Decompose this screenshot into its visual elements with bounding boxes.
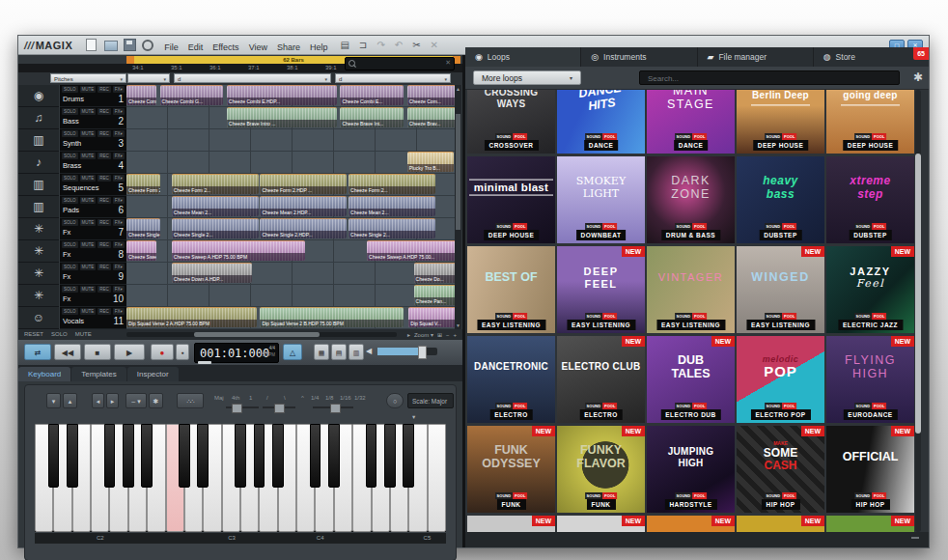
record-button[interactable]: ● xyxy=(151,344,174,360)
track-mute-button[interactable]: MUTE xyxy=(80,197,97,204)
audio-clip[interactable]: Cheeze Sweep ... xyxy=(126,240,156,261)
black-key[interactable] xyxy=(403,424,414,488)
track-mute-button[interactable]: MUTE xyxy=(80,130,97,137)
track-solo-button[interactable]: SOLO xyxy=(62,130,78,137)
track-rec-button[interactable]: REC xyxy=(98,241,111,248)
soundpool-tile[interactable]: FUNKODYSSEYSOUNDPOOLFUNKNEW xyxy=(467,426,555,513)
tab-inspector[interactable]: Inspector xyxy=(127,367,179,381)
chord-label[interactable]: 1 xyxy=(249,395,252,401)
track-fx-button[interactable]: FX▾ xyxy=(113,86,125,93)
soundpool-tile-partial[interactable]: NEW xyxy=(647,516,735,532)
black-key[interactable] xyxy=(197,424,209,488)
track-mute-button[interactable]: MUTE xyxy=(80,153,97,159)
audio-clip[interactable]: Dip Squad Verse 2 B.HDP 75.00 BPM xyxy=(260,307,404,327)
track-mute-button[interactable]: MUTE xyxy=(80,219,97,226)
tab-loops[interactable]: ◉Loops xyxy=(465,47,580,67)
soundpool-tile[interactable]: WINGEDSOUNDPOOLEASY LISTENINGNEW xyxy=(737,246,824,333)
audio-clip[interactable]: Cheeze Do... xyxy=(414,263,460,283)
black-key[interactable] xyxy=(366,424,377,488)
previous-button[interactable]: ◀◀ xyxy=(54,344,81,360)
mode-dropdown[interactable]: – ▾ xyxy=(125,393,147,408)
snap-icon[interactable]: ⊐ xyxy=(357,40,369,50)
menu-view[interactable]: View xyxy=(244,41,272,54)
new-document-icon[interactable] xyxy=(86,39,97,51)
track-solo-button[interactable]: SOLO xyxy=(62,219,78,226)
mute-button[interactable]: MUTE xyxy=(75,331,92,337)
soundpool-tile[interactable]: VINTAGERSOUNDPOOLEASY LISTENING xyxy=(647,246,735,333)
soundpool-tile[interactable]: DEEPFEELSOUNDPOOLEASY LISTENINGNEW xyxy=(557,246,645,333)
track-rec-button[interactable]: REC xyxy=(98,153,111,159)
menu-share[interactable]: Share xyxy=(272,41,305,54)
track-lane[interactable]: Cheeze Form 2...Cheeze Form 2...Cheeze F… xyxy=(126,174,460,196)
track-solo-button[interactable]: SOLO xyxy=(62,86,78,93)
soundpool-tile[interactable]: ELECTRO CLUBSOUNDPOOLELECTRONEW xyxy=(557,336,645,423)
track-header[interactable]: SOLOMUTERECFX▾Fx9 xyxy=(60,263,126,285)
soundpool-tile[interactable]: xtremestepSOUNDPOOLDUBSTEP xyxy=(826,156,914,243)
track-lane[interactable]: Cheeze Down A.HDP...Cheeze Do... xyxy=(126,263,460,285)
audio-clip[interactable]: Cheeze Mean 2... xyxy=(349,196,435,216)
loops-scrollbar[interactable] xyxy=(915,90,921,532)
audio-clip[interactable]: Cheeze Combi G... xyxy=(160,85,224,105)
track-header[interactable]: SOLOMUTERECFX▾Drums1 xyxy=(60,85,126,107)
soundpool-tile[interactable]: melodicPOPSOUNDPOOLELECTRO POP xyxy=(737,336,824,423)
audio-clip[interactable]: Cheeze Combi E... xyxy=(340,85,404,105)
black-key[interactable] xyxy=(179,424,190,488)
note-length-label[interactable]: 1/16 xyxy=(340,395,351,401)
scale-dropdown[interactable]: Scale: Major ▾ xyxy=(407,393,454,408)
soundpool-tile[interactable]: going deepSOUNDPOOLDEEP HOUSE xyxy=(826,90,914,154)
chord-label[interactable]: / xyxy=(266,395,268,401)
zoom-label[interactable]: Zoom ▾ xyxy=(414,331,433,338)
play-button[interactable]: ▶ xyxy=(114,344,145,360)
track-lane[interactable]: Plucky Tro B... xyxy=(126,152,460,174)
track-lane[interactable]: Dip Squad Verse 2 A.HDP 75.00 BPMDip Squ… xyxy=(126,307,460,329)
track-solo-button[interactable]: SOLO xyxy=(62,108,78,115)
track-rec-button[interactable]: REC xyxy=(98,308,111,315)
soundpool-tile[interactable]: JUMPINGHIGHSOUNDPOOLHARDSTYLE xyxy=(647,426,735,513)
track-fx-button[interactable]: FX▾ xyxy=(113,197,125,204)
audio-clip[interactable]: Dip Squad V... xyxy=(408,307,460,327)
play-cursor-icon[interactable]: ▸ xyxy=(407,331,410,338)
grid-view-button[interactable]: ▦ xyxy=(314,344,329,360)
track-header[interactable]: SOLOMUTERECFX▾Fx7 xyxy=(60,218,126,240)
section-pitch-dropdown[interactable]: d▾ xyxy=(174,73,331,83)
track-header[interactable]: SOLOMUTERECFX▾Brass4 xyxy=(60,152,126,174)
soundpool-tile[interactable]: JAZZYFeelSOUNDPOOLELECTRIC JAZZNEW xyxy=(826,246,914,333)
track-solo-button[interactable]: SOLO xyxy=(62,153,78,159)
chord-slider-1[interactable] xyxy=(226,406,259,408)
track-fx-button[interactable]: FX▾ xyxy=(113,308,125,315)
audio-clip[interactable]: Cheeze Form 2... xyxy=(349,174,435,194)
tab-store[interactable]: ◍Store65 xyxy=(814,47,929,67)
chord-slider-2[interactable] xyxy=(263,406,295,408)
collapse-icon[interactable] xyxy=(911,537,919,539)
track-mute-button[interactable]: MUTE xyxy=(80,241,97,248)
track-solo-button[interactable]: SOLO xyxy=(62,264,78,270)
track-solo-button[interactable]: SOLO xyxy=(62,286,78,293)
soundpool-tile[interactable]: BEST OFSOUNDPOOLEASY LISTENING xyxy=(467,246,555,333)
audio-clip[interactable]: Cheeze Mean 2... xyxy=(172,196,259,216)
audio-clip[interactable]: Cheeze Brav... xyxy=(407,107,460,127)
soundpool-tile-partial[interactable]: NEW xyxy=(557,516,645,532)
octave-up-button[interactable]: ▴ xyxy=(63,393,77,408)
note-length-label[interactable]: 1/32 xyxy=(354,395,366,401)
audio-clip[interactable]: Cheeze Combi E.HDP... xyxy=(227,85,337,105)
soundpool-tile[interactable]: heavybassSOUNDPOOLDUBSTEP xyxy=(737,156,824,243)
black-key[interactable] xyxy=(141,424,153,488)
track-rec-button[interactable]: REC xyxy=(98,219,111,226)
zoom-out-icon[interactable]: − xyxy=(446,332,450,338)
black-key[interactable] xyxy=(67,424,78,488)
chord-label[interactable]: 4th xyxy=(232,395,239,401)
horizontal-scrollbar[interactable] xyxy=(126,332,397,337)
volume-slider[interactable] xyxy=(377,348,437,355)
track-lane[interactable]: Cheeze Sweep ...Cheeze Sweep A.HDP 75.00… xyxy=(126,240,460,263)
settings-gear-icon[interactable]: ✱ xyxy=(149,393,163,408)
menu-help[interactable]: Help xyxy=(305,41,333,54)
audio-clip[interactable]: Cheeze Form 2.HDP ... xyxy=(260,174,347,194)
tab-templates[interactable]: Templates xyxy=(71,367,125,381)
reset-button[interactable]: RESET xyxy=(24,331,43,337)
soundpool-tile[interactable]: DANCETRONICSOUNDPOOLELECTRO xyxy=(467,336,555,423)
black-key[interactable] xyxy=(254,424,265,488)
audio-clip[interactable]: Cheeze Single 2... xyxy=(126,218,160,238)
audio-clip[interactable]: Cheeze Sweep A.HDP 75.00... xyxy=(367,240,460,261)
undo-icon[interactable]: ↶ xyxy=(393,40,404,50)
chord-mode-button[interactable]: ∴∴ xyxy=(177,393,204,408)
